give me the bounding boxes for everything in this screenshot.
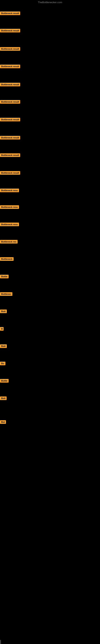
bottleneck-badge-b21: Bo: [0, 362, 5, 365]
bottleneck-badge-b13: Bottleneck resu: [0, 222, 19, 226]
bottleneck-badge-b12: Bottleneck resu: [0, 205, 19, 209]
bottleneck-badge-b17: Bottlenec: [0, 292, 12, 296]
bottleneck-badge-b3: Bottleneck result: [0, 47, 20, 51]
bottleneck-badge-b14: Bottleneck res: [0, 240, 18, 244]
bottleneck-badge-b10: Bottleneck result: [0, 171, 20, 175]
bottleneck-badge-b4: Bottleneck result: [0, 64, 20, 68]
bottleneck-badge-b5: Bottleneck result: [0, 83, 20, 86]
bottleneck-badge-b23: Bolt: [0, 396, 7, 400]
bottleneck-badge-b1: Bottleneck result: [0, 12, 20, 15]
bottleneck-badge-b9: Bottleneck result: [0, 153, 20, 157]
bottleneck-badge-b22: Bottle: [0, 379, 9, 382]
bottleneck-badge-b2: Bottleneck result: [0, 29, 20, 32]
bottleneck-badge-b6: Bottleneck result: [0, 100, 20, 104]
bottleneck-badge-b7: Bottleneck result: [0, 118, 20, 121]
bottleneck-badge-b20: Bott: [0, 344, 7, 348]
site-title: TheBottlenecker.com: [38, 1, 62, 4]
bottleneck-badge-b11: Bottleneck resu: [0, 188, 19, 192]
bottleneck-badge-b18: Bott: [0, 310, 7, 313]
text-cursor: [0, 640, 1, 644]
bottleneck-badge-b16: Bottle: [0, 275, 9, 278]
bottleneck-badge-b15: Bottleneck: [0, 257, 14, 261]
bottleneck-badge-b8: Bottleneck result: [0, 136, 20, 140]
bottleneck-badge-b19: B: [0, 327, 3, 331]
bottleneck-badge-b24: Bot: [0, 420, 6, 424]
